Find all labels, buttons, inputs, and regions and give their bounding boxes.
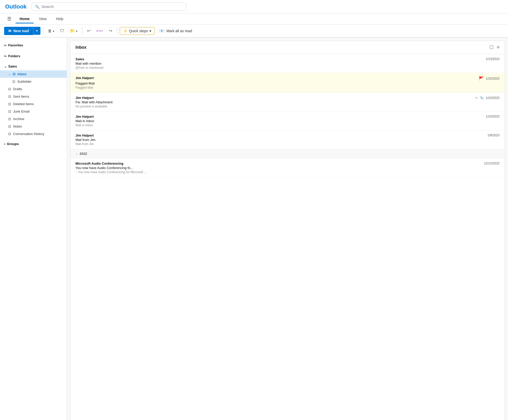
tab-home[interactable]: Home: [15, 14, 34, 23]
sidebar-item-subfolder[interactable]: ⊡ Subfolder: [0, 78, 67, 85]
reply-all-button[interactable]: ↩↩: [94, 27, 105, 35]
nav-tabs: ☰ Home View Help: [0, 13, 508, 24]
sidebar-item-conversation-history[interactable]: ⊡ Conversation History: [0, 130, 67, 138]
content-area: Inbox ☐ ≡ Sales 1/13/2023 Mail with ment…: [67, 38, 508, 420]
mail-item[interactable]: Jim Halpert ↪ 📎 1/10/2023 Fw: Mail with …: [70, 93, 505, 112]
reply-button[interactable]: ↩: [85, 27, 93, 35]
mail-item[interactable]: Sales 1/13/2023 Mail with mention @Pam i…: [70, 54, 505, 73]
mail-item-icons: 🚩 1/10/2023: [479, 76, 499, 81]
tab-view[interactable]: View: [35, 14, 51, 23]
mail-sender: Jim Halpert: [75, 96, 94, 100]
mark-all-read-button[interactable]: 📧 Mark all as read: [156, 27, 195, 35]
move-dropdown-icon: [76, 29, 78, 33]
delete-dropdown-icon: [53, 29, 54, 33]
mail-item[interactable]: Microsoft Audio Conferencing 12/12/2022 …: [70, 158, 505, 177]
search-input[interactable]: [41, 4, 183, 9]
trash-icon: [48, 29, 52, 33]
search-icon: [35, 5, 39, 9]
flag-icon: 🚩: [479, 76, 484, 81]
forward-indicator-icon: ↪: [475, 96, 478, 100]
folder-icon-conv-history: ⊡: [8, 132, 11, 136]
quick-steps-button[interactable]: ⚡ Quick steps ▾: [120, 27, 155, 35]
toolbar: ✉ New mail ▾ 🛡 📁 ↩ ↩↩ ↪ ⚡ Quick steps ▾ …: [0, 24, 508, 38]
sidebar-folders[interactable]: › Folders: [0, 52, 67, 60]
mark-read-icon: 📧: [159, 28, 164, 33]
new-mail-group: ✉ New mail ▾: [4, 27, 40, 35]
folder-icon-notes: ⊡: [8, 124, 11, 128]
view-toggle-icon[interactable]: ☐: [489, 45, 494, 50]
junk-button[interactable]: 🛡: [58, 27, 66, 35]
mail-preview: @Pam is mentioned: [75, 66, 499, 70]
sidebar-item-junk[interactable]: ⊡ Junk Email: [0, 108, 67, 115]
forward-button[interactable]: ↪: [107, 27, 114, 35]
mail-preview: No preview is available.: [75, 105, 499, 108]
sidebar-item-sent[interactable]: ⊡ Sent Items: [0, 93, 67, 100]
filter-icon[interactable]: ≡: [497, 45, 499, 50]
inbox-header-icons: ☐ ≡: [489, 45, 499, 50]
sidebar-favorites[interactable]: › Favorites: [0, 41, 67, 49]
sidebar-item-notes[interactable]: ⊡ Notes: [0, 123, 67, 130]
new-mail-dropdown-button[interactable]: ▾: [33, 27, 40, 35]
shield-icon: 🛡: [60, 29, 64, 33]
mail-sender: Jim Halpert: [75, 133, 94, 137]
mail-preview: – You now have Audio Conferencing for Mi…: [75, 170, 499, 174]
mail-item-row: Jim Halpert ↪ 📎 1/10/2023: [75, 96, 499, 100]
mail-date: 1/10/2023: [486, 115, 499, 118]
search-bar[interactable]: [32, 3, 186, 11]
folder-icon-sent: ⊡: [8, 95, 11, 98]
new-mail-button[interactable]: ✉ New mail: [4, 27, 33, 35]
mail-date: 1/13/2023: [486, 57, 499, 61]
inbox-panel: Inbox ☐ ≡ Sales 1/13/2023 Mail with ment…: [70, 41, 505, 420]
sidebar-sales[interactable]: ⌄ Sales: [0, 62, 67, 70]
sidebar-item-archive[interactable]: ⊡ Archive: [0, 115, 67, 123]
sidebar-item-inbox[interactable]: ⌄ ⊡ Inbox: [0, 70, 67, 78]
mail-item-row: Microsoft Audio Conferencing 12/12/2022: [75, 162, 499, 165]
mail-sender: Sales: [75, 57, 84, 61]
mail-sender: Jim Halpert: [75, 115, 94, 119]
chevron-right-icon-groups: ›: [4, 142, 5, 146]
sidebar-groups[interactable]: › Groups: [0, 140, 67, 148]
chevron-down-icon-inbox: ⌄: [8, 72, 11, 76]
chevron-down-icon-sales: ⌄: [4, 65, 7, 68]
mail-subject: Flagged Mail: [75, 81, 499, 85]
year-collapse-icon: ⌄: [75, 152, 78, 155]
year-group[interactable]: ⌄ 2022: [70, 149, 505, 158]
main-layout: › Favorites › Folders ⌄ Sales ⌄ ⊡ Inbox …: [0, 38, 508, 420]
folder-icon-drafts: ⊡: [8, 87, 11, 91]
hamburger-menu[interactable]: ☰: [4, 13, 14, 24]
mail-subject: Fw: Mail with Attachment: [75, 100, 499, 104]
mail-preview: Flagged Mail: [75, 86, 499, 89]
mail-preview: Mail in Inbox: [75, 123, 499, 127]
mail-sender: Jim Halpert: [75, 76, 94, 80]
mail-item[interactable]: Jim Halpert 🚩 1/10/2023 Flagged Mail Fla…: [70, 73, 505, 93]
mail-item-row: Sales 1/13/2023: [75, 57, 499, 61]
delete-button[interactable]: [46, 27, 56, 35]
tab-help[interactable]: Help: [52, 14, 67, 23]
folder-icon-subfolder: ⊡: [12, 80, 15, 83]
attachment-icon: 📎: [480, 96, 484, 100]
envelope-icon: ✉: [8, 29, 11, 33]
quick-steps-dropdown-icon: ▾: [149, 29, 151, 33]
mail-item[interactable]: Jim Halpert 1/9/2023 Mail from Jim Mail …: [70, 130, 505, 149]
app-header: Outlook: [0, 0, 508, 13]
mail-sender: Microsoft Audio Conferencing: [75, 162, 123, 165]
mail-subject: Mail in Inbox: [75, 119, 499, 123]
inbox-title: Inbox: [75, 45, 87, 50]
reply-icon: ↩: [87, 28, 91, 33]
groups-section: › Groups: [0, 139, 67, 149]
year-label: 2022: [80, 152, 87, 156]
sidebar-item-deleted[interactable]: ⊡ Deleted Items: [0, 100, 67, 108]
mail-subject: Mail with mention: [75, 62, 499, 65]
mail-preview: Mail from Jim: [75, 142, 499, 146]
sales-section: ⌄ Sales ⌄ ⊡ Inbox ⊡ Subfolder ⊡ Drafts ⊡…: [0, 61, 67, 139]
mail-item[interactable]: Jim Halpert 1/10/2023 Mail in Inbox Mail…: [70, 112, 505, 130]
move-icon: 📁: [70, 28, 75, 33]
sidebar: › Favorites › Folders ⌄ Sales ⌄ ⊡ Inbox …: [0, 38, 67, 420]
favorites-section: › Favorites: [0, 40, 67, 51]
folder-icon-inbox: ⊡: [13, 72, 15, 76]
mail-item-row: Jim Halpert 1/9/2023: [75, 133, 499, 137]
move-button[interactable]: 📁: [68, 27, 80, 35]
sidebar-item-drafts[interactable]: ⊡ Drafts: [0, 85, 67, 93]
folders-section: › Folders: [0, 51, 67, 61]
app-logo: Outlook: [5, 3, 27, 10]
